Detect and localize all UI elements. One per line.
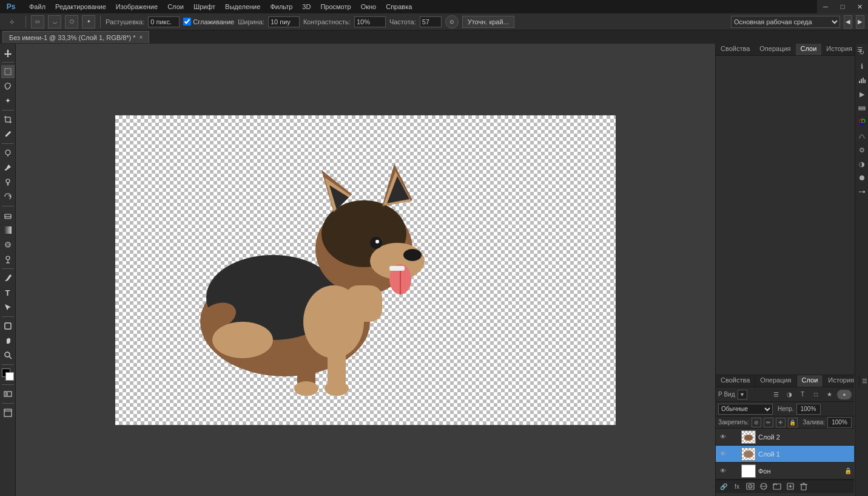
history-brush-tool[interactable] (1, 190, 15, 203)
blend-mode-select[interactable]: Обычные (718, 404, 773, 415)
props-panel-menu[interactable]: ☰ (857, 44, 863, 55)
selection-shape-btn2[interactable]: ◡ (48, 15, 61, 29)
properties-tab[interactable]: Свойства (716, 375, 755, 387)
menu-file[interactable]: Файл (24, 2, 50, 12)
paths-icon[interactable] (856, 130, 868, 142)
workspace-select[interactable]: Основная рабочая среда (731, 16, 840, 28)
rectangle-tool[interactable] (1, 319, 15, 333)
screen-mode-btn[interactable] (1, 406, 15, 420)
layers-tab[interactable]: Слои (797, 375, 824, 387)
tablet-pressure-btn[interactable]: ⊙ (445, 15, 459, 29)
menu-help[interactable]: Справка (381, 2, 417, 12)
info-icon[interactable]: ℹ (856, 60, 868, 72)
properties-layers-tab[interactable]: Слои (796, 44, 822, 55)
width-input[interactable] (268, 16, 300, 27)
menu-image[interactable]: Изображение (111, 2, 163, 12)
close-button[interactable]: ✕ (851, 0, 868, 13)
gradient-tool[interactable] (1, 223, 15, 237)
layer-visibility-eye[interactable]: 👁 (718, 449, 728, 459)
filter-dropdown-btn[interactable]: ▼ (738, 390, 747, 399)
text-tool[interactable]: T (1, 286, 15, 299)
lock-position-btn[interactable]: ✛ (776, 418, 786, 427)
tools-options-icon[interactable]: ⚙ (856, 144, 868, 156)
maximize-button[interactable]: □ (834, 0, 851, 13)
menu-font[interactable]: Шрифт (189, 2, 220, 12)
workspace-search-btn[interactable]: ◀ (844, 15, 852, 29)
new-layer-btn[interactable] (785, 481, 796, 492)
background-color[interactable] (5, 372, 14, 381)
hand-tool[interactable] (1, 334, 15, 347)
properties-hist-tab[interactable]: История (821, 44, 857, 55)
feather-input[interactable] (148, 16, 180, 27)
foreground-background-colors[interactable] (2, 369, 14, 381)
styles-icon[interactable] (856, 172, 868, 184)
move-tool[interactable] (1, 46, 15, 59)
zoom-tool[interactable] (1, 348, 15, 362)
channels-icon[interactable] (856, 116, 868, 128)
smart-filter-btn[interactable]: ★ (824, 389, 835, 400)
layer-effects-btn[interactable]: fx (732, 481, 742, 492)
clone-stamp-tool[interactable] (1, 175, 15, 189)
crop-tool[interactable] (1, 113, 15, 126)
magic-wand-tool[interactable]: ✦ (1, 94, 15, 107)
new-group-btn[interactable] (772, 481, 782, 492)
filter-toggle-btn[interactable]: ● (837, 390, 852, 399)
menu-filter[interactable]: Фильтр (265, 2, 297, 12)
menu-edit[interactable]: Редактирование (50, 2, 111, 12)
fill-input[interactable] (827, 417, 852, 428)
menu-view[interactable]: Просмотр (315, 2, 355, 12)
new-fill-layer-btn[interactable] (758, 481, 769, 492)
pixel-filter-btn[interactable]: ☰ (770, 389, 781, 400)
spot-heal-tool[interactable] (1, 146, 15, 160)
adjustments-icon[interactable]: ◑ (856, 158, 868, 170)
contrast-input[interactable] (354, 16, 386, 27)
link-layers-btn[interactable]: 🔗 (718, 481, 729, 492)
pen-tool[interactable] (1, 271, 15, 285)
eyedropper-tool[interactable] (1, 127, 15, 141)
opacity-input[interactable] (796, 404, 821, 415)
adj-filter-btn[interactable]: ◑ (784, 389, 795, 400)
quick-mask-btn[interactable] (1, 387, 15, 401)
blur-tool[interactable] (1, 238, 15, 251)
operations-tab[interactable]: Операция (755, 375, 796, 387)
selection-shape-btn3[interactable]: ⬡ (65, 15, 78, 29)
properties-prop-tab[interactable]: Свойства (716, 44, 755, 55)
layer-row[interactable]: 👁 Слой 1 (716, 446, 854, 463)
type-filter-btn[interactable]: T (797, 389, 808, 400)
minimize-button[interactable]: ─ (817, 0, 834, 13)
frequency-input[interactable] (420, 16, 442, 27)
workspace-fwd-btn[interactable]: ▶ (856, 15, 864, 29)
menu-select[interactable]: Выделение (220, 2, 265, 12)
add-mask-btn[interactable] (745, 481, 756, 492)
menu-3d[interactable]: 3D (297, 2, 315, 12)
histogram-icon[interactable] (856, 74, 868, 86)
timeline-icon[interactable] (856, 186, 868, 198)
lock-pixels-btn[interactable]: ✏ (764, 418, 773, 427)
history-tab[interactable]: История (823, 375, 860, 387)
panel-menu-btn[interactable]: ☰ (860, 375, 868, 387)
refine-edge-button[interactable]: Уточн. край... (462, 16, 514, 28)
antialiasing-check[interactable]: Сглаживание (183, 18, 234, 25)
delete-layer-btn[interactable] (798, 481, 809, 492)
layer-visibility-eye[interactable]: 👁 (718, 466, 728, 476)
selection-shape-btn4[interactable]: ✦ (82, 15, 95, 29)
lock-transparent-btn[interactable]: ⊘ (752, 418, 761, 427)
layer-visibility-eye[interactable]: 👁 (718, 432, 728, 442)
eraser-tool[interactable] (1, 209, 15, 222)
layer-row[interactable]: 👁 Фон 🔒 (716, 463, 854, 480)
lock-all-btn[interactable]: 🔒 (788, 418, 798, 427)
selection-shape-btn1[interactable]: ▭ (31, 15, 44, 29)
dodge-tool[interactable] (1, 253, 15, 266)
properties-op-tab[interactable]: Операция (755, 44, 795, 55)
rectangular-marquee-tool[interactable] (1, 65, 15, 78)
layers-icon-strip[interactable] (856, 102, 868, 114)
brush-tool[interactable] (1, 161, 15, 174)
layer-row[interactable]: 👁 Слой 2 (716, 429, 854, 446)
menu-layers[interactable]: Слои (163, 2, 189, 12)
toolbar-tool-icon[interactable]: ⊹ (4, 15, 21, 29)
menu-window[interactable]: Окно (356, 2, 382, 12)
shape-filter-btn[interactable]: □ (810, 389, 821, 400)
path-select-tool[interactable] (1, 301, 15, 314)
actions-icon[interactable]: ▶ (856, 88, 868, 100)
lasso-tool[interactable] (1, 80, 15, 93)
